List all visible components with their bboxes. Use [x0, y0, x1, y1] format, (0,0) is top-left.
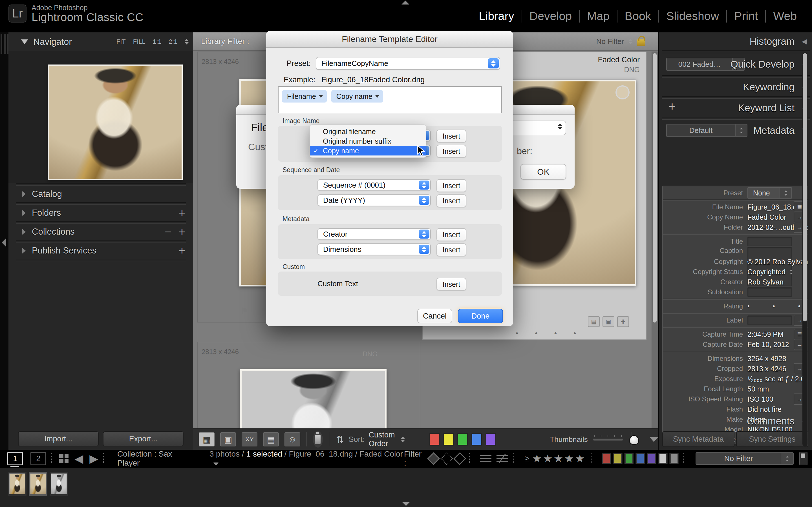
menu-item-copy-name[interactable]: ✓Copy name: [310, 146, 426, 156]
toolbar-options-icon[interactable]: [649, 437, 658, 442]
label-swatch-5[interactable]: [486, 433, 496, 446]
grid-view-icon[interactable]: ▦: [199, 432, 214, 446]
module-develop[interactable]: Develop: [522, 10, 579, 23]
export-button[interactable]: Export...: [103, 431, 184, 446]
edit-status-filter-icon[interactable]: [480, 454, 492, 463]
photo-badge-icon-3[interactable]: ✚: [617, 316, 629, 327]
survey-view-icon[interactable]: ▤: [263, 432, 279, 446]
summary-caret-icon[interactable]: [213, 462, 218, 466]
token-filename[interactable]: Filename: [282, 90, 327, 103]
remove-button[interactable]: −: [165, 226, 171, 237]
module-library[interactable]: Library: [471, 10, 521, 23]
cell1-flag-icon[interactable]: ⚑: [241, 305, 249, 316]
select-dimensions[interactable]: Dimensions: [317, 243, 431, 255]
filter-preset-value[interactable]: No Filter: [696, 452, 781, 465]
histogram-header[interactable]: Histogram ◀: [659, 33, 812, 50]
module-web[interactable]: Web: [766, 10, 804, 23]
quick-develop-preset-value[interactable]: 002 Faded…: [666, 58, 732, 71]
token-copy-name[interactable]: Copy name: [331, 90, 383, 103]
label-swatch-2[interactable]: [443, 433, 454, 446]
selection-summary[interactable]: 3 photos / 1 selected / Figure_06_18.dng…: [209, 450, 404, 467]
panel-section-folders[interactable]: Folders +: [8, 205, 193, 221]
add-keyword-button[interactable]: +: [668, 100, 676, 114]
module-print[interactable]: Print: [727, 10, 765, 23]
keywording-header[interactable]: Keywording ◁: [659, 78, 812, 96]
filter-preset-dropdown[interactable]: No Filter: [696, 452, 794, 465]
sort-value[interactable]: Custom Order: [368, 431, 397, 448]
rating-ge-icon[interactable]: ≥: [525, 454, 529, 463]
insert-button[interactable]: Insert: [437, 179, 466, 192]
flag-unflagged-filter-icon[interactable]: [441, 452, 453, 465]
value-copyright-status[interactable]: Copyrighted: [748, 268, 785, 276]
loupe-view-icon[interactable]: ▣: [220, 432, 236, 446]
value-capture-date[interactable]: Feb 10, 2012: [748, 341, 789, 349]
filter-chip-1[interactable]: [602, 453, 611, 464]
filmstrip-thumb-2[interactable]: [29, 472, 47, 496]
zoom-stepper-icon[interactable]: [185, 39, 189, 45]
grid-scrollbar-thumb[interactable]: [653, 53, 657, 323]
filter-stepper-icon[interactable]: [628, 39, 632, 44]
filter-enable-switch[interactable]: [799, 452, 808, 465]
label-swatch-4[interactable]: [471, 433, 482, 446]
right-panel-scrollbar-thumb[interactable]: [803, 53, 807, 321]
filter-lock-icon[interactable]: [637, 40, 645, 46]
slider-knob[interactable]: [629, 435, 639, 445]
right-panel-scrollbar[interactable]: [802, 52, 808, 446]
thumbnail-size-slider[interactable]: [593, 438, 623, 441]
value-stepper-icon[interactable]: [789, 269, 794, 275]
field-title[interactable]: [748, 237, 792, 246]
value-capture-time[interactable]: 2:04:59 PM: [748, 330, 783, 339]
collapse-left-panel-icon[interactable]: [2, 238, 6, 247]
left-edge-strip[interactable]: [0, 33, 8, 450]
value-focal-length[interactable]: 50 mm: [748, 385, 769, 393]
keyword-list-header[interactable]: + Keyword List ◁: [659, 99, 812, 117]
zoom-option-fill[interactable]: FILL: [133, 38, 146, 45]
sync-settings-button[interactable]: Sync Settings: [736, 431, 808, 447]
add-button[interactable]: +: [179, 207, 185, 219]
dropdown-stepper-icon[interactable]: [735, 124, 748, 137]
preset-select[interactable]: FilenameCopyName: [316, 57, 500, 70]
select-creator[interactable]: Creator: [317, 228, 431, 240]
people-view-icon[interactable]: ☺: [285, 432, 300, 446]
import-button[interactable]: Import...: [18, 431, 99, 446]
flag-reject-filter-icon[interactable]: [454, 452, 466, 465]
primary-window-button[interactable]: 1: [7, 452, 23, 465]
module-slideshow[interactable]: Slideshow: [659, 10, 726, 23]
insert-button[interactable]: Insert: [437, 145, 466, 158]
insert-button[interactable]: Insert: [437, 194, 466, 207]
menu-item-original-number-suffix[interactable]: Original number suffix: [310, 136, 426, 146]
metadata-view-dropdown[interactable]: Default: [666, 124, 748, 137]
zoom-option-1-1[interactable]: 1:1: [153, 38, 161, 45]
go-forward-icon[interactable]: ▶: [89, 453, 98, 464]
panel-section-publish-services[interactable]: Publish Services +: [8, 242, 193, 259]
add-button[interactable]: +: [179, 245, 185, 256]
select-date-yyyy-[interactable]: Date (YYYY): [317, 194, 431, 206]
label-swatch-3[interactable]: [457, 433, 468, 446]
field-label[interactable]: [748, 316, 792, 325]
metadata-view-value[interactable]: Default: [666, 124, 735, 137]
cell2-photo-badges[interactable]: ▤▣✚: [588, 316, 629, 327]
zoom-option-2-1[interactable]: 2:1: [168, 38, 177, 45]
secondary-window-button[interactable]: 2: [31, 452, 46, 465]
navigator-header[interactable]: Navigator FITFILL1:12:1: [8, 33, 193, 51]
dropdown-stepper-icon[interactable]: [780, 187, 792, 199]
rating-dots[interactable]: • • • • •: [748, 302, 808, 310]
sync-metadata-button[interactable]: Sync Metadata: [662, 431, 734, 447]
rating-stars-filter[interactable]: ★★★★★: [532, 452, 586, 465]
filter-chip-6[interactable]: [659, 453, 667, 464]
panel-section-catalog[interactable]: Catalog: [8, 186, 193, 202]
value-creator[interactable]: Rob Sylvan: [748, 278, 783, 286]
add-button[interactable]: +: [179, 226, 185, 237]
sort-stepper-icon[interactable]: [401, 437, 405, 442]
quick-develop-header[interactable]: 002 Faded… Quick Develop ◁: [659, 53, 812, 75]
filter-chip-5[interactable]: [647, 453, 656, 464]
library-filter-value[interactable]: No Filter: [596, 37, 624, 46]
painter-spray-icon[interactable]: [313, 431, 323, 448]
grid-scrollbar[interactable]: [652, 52, 658, 443]
metadata-preset-select[interactable]: None: [748, 187, 792, 199]
value-cropped[interactable]: 2813 x 4246: [748, 365, 786, 373]
panel-section-collections[interactable]: Collections −+: [8, 224, 193, 240]
insert-button[interactable]: Insert: [437, 228, 466, 241]
select-sequence-0001-[interactable]: Sequence # (0001): [317, 179, 431, 191]
insert-button[interactable]: Insert: [437, 278, 466, 291]
